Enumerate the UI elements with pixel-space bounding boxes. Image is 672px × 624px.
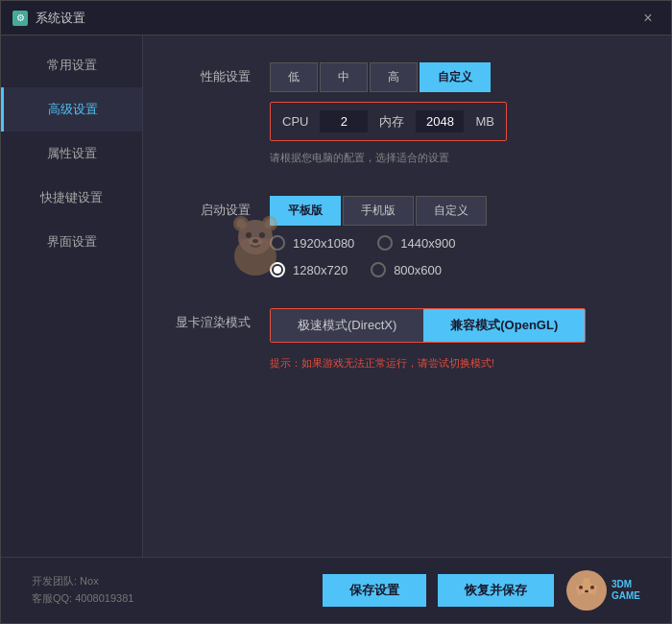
resolution-1440-label: 1440x900 xyxy=(400,236,455,251)
startup-btn-custom[interactable]: 自定义 xyxy=(416,196,487,226)
resolution-1920-label: 1920x1080 xyxy=(293,236,354,251)
svg-point-20 xyxy=(576,588,584,593)
svg-point-14 xyxy=(572,574,584,586)
sidebar-item-advanced[interactable]: 高级设置 xyxy=(1,87,142,132)
save-button[interactable]: 保存设置 xyxy=(323,574,426,607)
main-content: 性能设置 低 中 高 自定义 CPU 内存 MB 请根 xyxy=(143,36,671,557)
bear-mascot xyxy=(212,201,299,290)
nox-bear-icon xyxy=(565,569,608,612)
resolution-group: 1920x1080 1440x900 1280x720 xyxy=(270,235,640,277)
svg-point-6 xyxy=(246,232,252,238)
svg-point-15 xyxy=(589,574,601,586)
performance-section: 性能设置 低 中 高 自定义 CPU 内存 MB 请根 xyxy=(174,62,640,165)
performance-hint: 请根据您电脑的配置，选择适合的设置 xyxy=(270,151,640,165)
title-bar-left: ⚙ 系统设置 xyxy=(12,10,85,27)
support-label: 客服QQ: 4008019381 xyxy=(32,590,133,608)
render-section: 显卡渲染模式 极速模式(DirectX) 兼容模式(OpenGL) 提示：如果游… xyxy=(174,308,640,371)
render-hint: 提示：如果游戏无法正常运行，请尝试切换模式! xyxy=(270,356,640,371)
cpu-label: CPU xyxy=(282,114,308,129)
perf-btn-custom[interactable]: 自定义 xyxy=(420,62,491,92)
main-window: ⚙ 系统设置 × 常用设置 高级设置 属性设置 快捷键设置 界面设置 性能设置 … xyxy=(0,0,672,624)
footer-info: 开发团队: Nox 客服QQ: 4008019381 xyxy=(32,573,133,607)
render-content: 极速模式(DirectX) 兼容模式(OpenGL) 提示：如果游戏无法正常运行… xyxy=(270,308,640,371)
performance-content: 低 中 高 自定义 CPU 内存 MB 请根据您电脑的配置，选择适合的设置 xyxy=(270,62,640,165)
startup-content: 平板版 手机版 自定义 1920x1080 1440x900 xyxy=(270,196,640,277)
svg-point-5 xyxy=(265,219,275,228)
title-bar: ⚙ 系统设置 × xyxy=(1,1,671,36)
restore-save-button[interactable]: 恢复并保存 xyxy=(438,574,554,607)
render-btn-opengl[interactable]: 兼容模式(OpenGL) xyxy=(423,309,585,342)
svg-point-11 xyxy=(262,238,272,244)
startup-mode-btn-group: 平板版 手机版 自定义 xyxy=(270,196,640,226)
footer: 开发团队: Nox 客服QQ: 4008019381 保存设置 恢复并保存 xyxy=(1,557,671,623)
performance-btn-group: 低 中 高 自定义 xyxy=(270,62,640,92)
svg-point-7 xyxy=(259,232,265,238)
render-label: 显卡渲染模式 xyxy=(174,308,251,331)
resolution-1280-label: 1280x720 xyxy=(293,263,348,277)
radio-1440[interactable] xyxy=(377,235,393,251)
resolution-800[interactable]: 800x600 xyxy=(371,262,442,277)
svg-point-10 xyxy=(239,238,249,244)
dev-team-label: 开发团队: Nox xyxy=(32,573,133,590)
radio-800[interactable] xyxy=(371,262,386,277)
perf-btn-low[interactable]: 低 xyxy=(270,62,318,92)
memory-label: 内存 xyxy=(379,113,404,131)
sidebar-item-ui[interactable]: 界面设置 xyxy=(1,220,142,264)
svg-point-9 xyxy=(252,239,258,243)
memory-input[interactable] xyxy=(416,110,464,132)
sidebar-item-properties[interactable]: 属性设置 xyxy=(1,132,142,176)
perf-btn-high[interactable]: 高 xyxy=(370,62,418,92)
cpu-memory-row: CPU 内存 MB xyxy=(270,102,507,141)
resolution-row-2: 1280x720 800x600 xyxy=(270,262,640,277)
threedm-logo: 3DMGAME xyxy=(612,579,640,602)
sidebar: 常用设置 高级设置 属性设置 快捷键设置 界面设置 xyxy=(1,36,143,557)
sidebar-item-shortcuts[interactable]: 快捷键设置 xyxy=(1,176,142,220)
performance-label: 性能设置 xyxy=(174,62,251,85)
close-button[interactable]: × xyxy=(636,7,660,30)
mb-label: MB xyxy=(475,114,494,129)
render-btn-directx[interactable]: 极速模式(DirectX) xyxy=(271,309,423,342)
startup-section: 启动设置 平板版 手机版 自定义 1920x1080 xyxy=(174,196,640,277)
resolution-row-1: 1920x1080 1440x900 xyxy=(270,235,640,251)
window-title: 系统设置 xyxy=(36,10,85,27)
resolution-1440[interactable]: 1440x900 xyxy=(377,235,455,251)
sidebar-item-general[interactable]: 常用设置 xyxy=(1,43,142,87)
render-btn-group: 极速模式(DirectX) 兼容模式(OpenGL) xyxy=(270,308,586,343)
svg-point-4 xyxy=(236,219,246,228)
startup-btn-phone[interactable]: 手机版 xyxy=(343,196,414,226)
resolution-800-label: 800x600 xyxy=(394,263,442,277)
content-area: 常用设置 高级设置 属性设置 快捷键设置 界面设置 性能设置 低 中 高 自定义 xyxy=(1,36,671,557)
bear-svg xyxy=(212,201,299,287)
app-icon: ⚙ xyxy=(12,11,28,26)
cpu-input[interactable] xyxy=(320,110,368,132)
footer-buttons: 保存设置 恢复并保存 3DMGAME xyxy=(323,569,640,612)
svg-point-22 xyxy=(577,592,596,610)
svg-point-21 xyxy=(589,588,597,593)
watermark-area: 3DMGAME xyxy=(565,569,640,612)
perf-btn-mid[interactable]: 中 xyxy=(320,62,368,92)
